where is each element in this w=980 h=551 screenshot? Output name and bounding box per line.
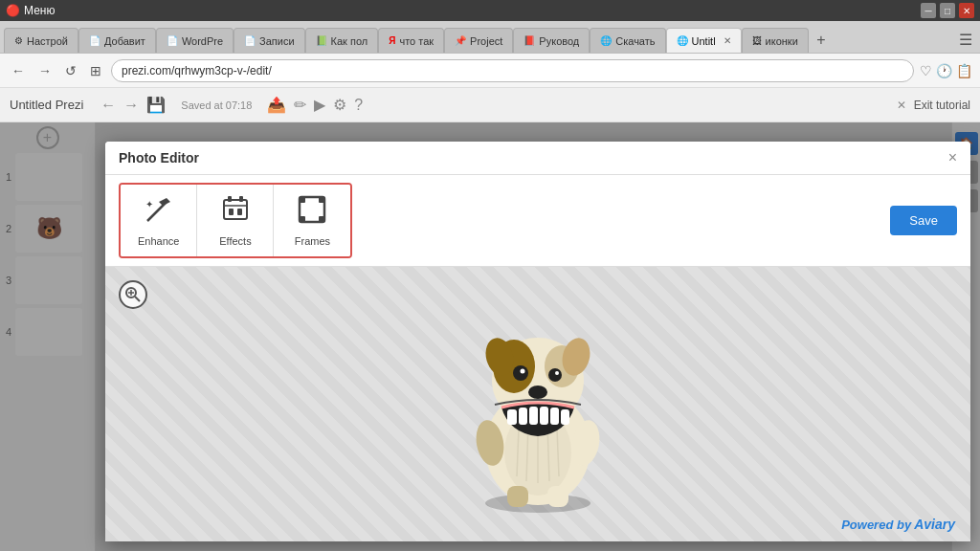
menu-icon[interactable]: 📋 [956,63,972,78]
grid-button[interactable]: ⊞ [86,61,105,80]
settings-button[interactable]: ⚙ [333,96,346,114]
svg-rect-36 [507,409,517,425]
enhance-icon: ✦ [144,194,174,231]
svg-rect-40 [550,408,559,425]
nav-bar: ← → ↺ ⊞ prezi.com/qrhwym3cp-v-/edit/ ♡ 🕐… [0,54,980,88]
enhance-tool[interactable]: ✦ Enhance [121,185,197,256]
dialog-body: Powered by Aviary [105,267,970,541]
effects-tool[interactable]: Effects [197,185,274,256]
tab-skachat[interactable]: 🌐Скачать [590,28,665,53]
nav-right-controls: ♡ 🕐 📋 [920,63,972,78]
svg-rect-5 [239,196,243,202]
svg-rect-12 [300,216,305,222]
tab-rukovod[interactable]: 📕Руковод [513,28,590,53]
dialog-title: Photo Editor [119,150,199,165]
exit-tutorial-x-icon: ✕ [897,99,906,112]
svg-rect-41 [561,409,569,425]
workspace: + 1 2 🐻 3 4 🏠 [0,122,980,551]
refresh-button[interactable]: ↺ [61,61,80,80]
save-status: Saved at 07:18 [181,99,252,111]
redo-button[interactable]: → [123,97,139,114]
app-bar: Untitled Prezi ← → 💾 Saved at 07:18 📤 ✏ … [0,88,980,122]
exit-tutorial-label: Exit tutorial [914,99,970,112]
dialog-close-button[interactable]: × [948,149,957,166]
minimize-button[interactable]: ─ [921,3,936,18]
svg-rect-13 [319,216,324,222]
address-text: prezi.com/qrhwym3cp-v-/edit/ [122,64,272,77]
tabs-bar: ⚙Настрой 📄Добавит 📄WordPre 📄Записи 📗Как … [0,21,980,54]
maximize-button[interactable]: □ [940,3,955,18]
present-button[interactable]: ▶ [314,96,325,114]
svg-rect-3 [224,200,247,219]
title-bar: 🔴 Меню ─ □ ✕ [0,0,980,21]
tab-nastroy[interactable]: ⚙Настрой [4,28,78,53]
powered-by: Powered by Aviary [841,517,955,532]
svg-rect-7 [229,209,234,215]
tab-kakpol[interactable]: 📗Как пол [305,28,379,53]
tab-close-icon[interactable]: ✕ [724,35,731,46]
close-button[interactable]: ✕ [959,3,974,18]
tab-untitled[interactable]: 🌐 Untitl ✕ [666,28,742,53]
exit-tutorial-button[interactable]: ✕ Exit tutorial [897,99,970,112]
effects-icon [220,194,251,231]
svg-rect-42 [507,486,528,507]
svg-text:✦: ✦ [145,199,153,209]
bookmark-icon[interactable]: ♡ [920,63,932,78]
tab-dobavit[interactable]: 📄Добавит [78,28,156,53]
dialog-header: Photo Editor × [105,142,970,175]
help-button[interactable]: ? [354,97,363,114]
powered-by-text: Powered by [841,518,911,532]
svg-rect-38 [529,407,538,425]
svg-point-31 [513,365,528,381]
new-tab-button[interactable]: + [809,28,834,53]
back-button[interactable]: ← [8,61,29,80]
svg-point-35 [528,386,547,399]
svg-rect-37 [519,408,527,425]
tab-zapisi[interactable]: 📄Записи [234,28,305,53]
tab-project[interactable]: 📌Project [444,28,513,53]
dialog-toolbar: ✦ Enhance [105,175,970,267]
window-controls: ─ □ ✕ [921,3,974,18]
forward-button[interactable]: → [34,61,56,80]
content-area: Untitled Prezi ← → 💾 Saved at 07:18 📤 ✏ … [0,88,980,551]
app-title: Untitled Prezi [10,98,83,112]
frames-label: Frames [295,235,330,247]
browser-title: Меню [24,4,55,17]
svg-line-15 [135,297,140,301]
undo-button[interactable]: ← [100,97,116,114]
address-bar[interactable]: prezi.com/qrhwym3cp-v-/edit/ [111,59,914,82]
svg-point-34 [555,371,559,375]
save-button[interactable]: Save [890,206,957,235]
frames-tool[interactable]: Frames [274,185,350,256]
share-button[interactable]: 📤 [267,96,286,114]
clock-icon[interactable]: 🕐 [936,63,952,78]
tab-menu-button[interactable]: ☰ [955,27,976,53]
tab-wordpress[interactable]: 📄WordPre [156,28,234,53]
zoom-button[interactable] [119,280,147,309]
tab-ikonki[interactable]: 🖼иконки [742,28,809,53]
svg-marker-1 [159,198,170,206]
aviary-brand: Aviary [914,517,955,532]
svg-rect-8 [237,209,242,215]
pen-button[interactable]: ✏ [294,96,306,114]
svg-point-32 [548,368,562,382]
svg-rect-4 [228,196,232,202]
tab-chtotак[interactable]: Ячто так [378,28,444,53]
tool-group: ✦ Enhance [119,183,352,258]
browser-icon: 🔴 [6,4,20,17]
photo-editor-dialog: Photo Editor × ✦ [105,142,970,541]
dog-illustration [442,295,634,515]
save-file-button[interactable]: 💾 [146,96,166,114]
svg-rect-11 [319,197,324,203]
frames-icon [297,194,327,231]
effects-label: Effects [219,235,251,247]
svg-rect-10 [300,197,305,203]
svg-rect-43 [547,486,568,507]
enhance-label: Enhance [138,235,179,247]
svg-point-33 [521,368,525,373]
svg-rect-39 [540,407,548,425]
